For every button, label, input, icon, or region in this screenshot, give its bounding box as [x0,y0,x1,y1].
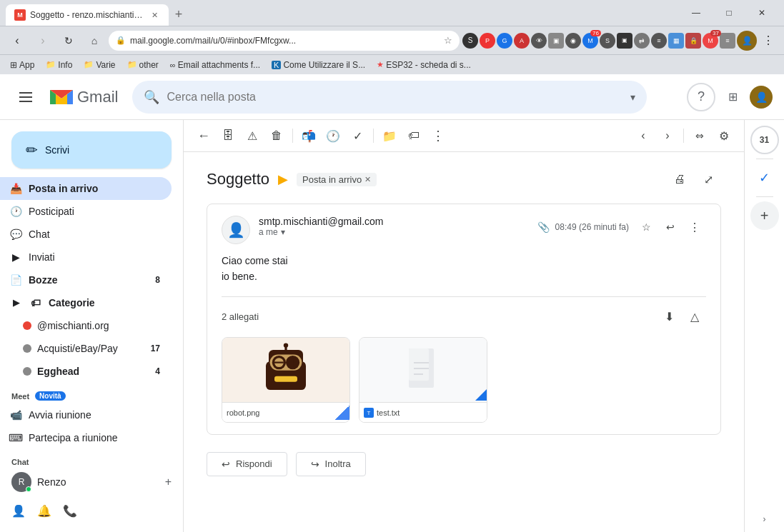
download-all-button[interactable]: ⬇ [658,306,680,328]
phone-icon-button[interactable]: 📞 [63,503,77,518]
back-button[interactable]: ‹ [6,29,29,52]
star-button[interactable]: ☆ [635,216,658,239]
archive-button[interactable]: 🗄 [217,124,239,147]
ext-icon-7[interactable]: ◉ [565,33,581,49]
browser-menu-button[interactable]: ⋮ [758,31,778,51]
search-input[interactable] [167,91,623,104]
search-bar[interactable]: 🔍 ▾ [132,81,647,114]
minimize-button[interactable]: — [680,3,713,23]
ext-icon-3[interactable]: G [497,33,512,49]
bookmark-email-attach[interactable]: ∞ Email attachments f... [166,59,264,71]
label-button[interactable]: 🏷 [402,124,425,147]
more-actions-button[interactable]: ⋮ [427,124,450,147]
bookmark-app[interactable]: ⊞ App [6,59,39,71]
home-button[interactable]: ⌂ [83,29,106,52]
compose-button[interactable]: ✏ Scrivi [11,131,172,169]
bookmark-esp32[interactable]: ★ ESP32 - scheda di s... [372,59,475,71]
sidebar-item-partecipa-riunione[interactable]: ⌨ Partecipa a riunione [0,426,172,449]
address-bar[interactable]: 🔒 mail.google.com/mail/u/0/#inbox/FMfcgx… [109,31,460,51]
add-app-button[interactable]: + [750,201,779,230]
tasks-button[interactable]: ✓ [750,164,779,192]
sidebar-item-mischianti[interactable]: @mischianti.org [0,314,172,337]
ext-icon-share[interactable]: ⇄ [634,33,650,49]
ext-icon-5[interactable]: 👁 [531,33,547,49]
bookmark-varie[interactable]: 📁 Varie [79,59,119,71]
sidebar-item-drafts[interactable]: 📄 Bozze 8 [0,268,172,291]
reload-button[interactable]: ↻ [57,29,80,52]
account-icon-button[interactable]: 👤 [11,503,26,518]
reply-button[interactable]: ↩ Rispondi [207,452,287,476]
delete-button[interactable]: 🗑 [265,124,288,147]
sidebar-item-inbox[interactable]: 📥 Posta in arrivo [0,177,172,200]
email-message: 👤 smtp.mischianti@gmail.com a me ▾ 📎 08:… [207,204,721,435]
next-email-button[interactable]: › [656,124,679,147]
sidebar-item-sent[interactable]: ▶ Inviati [0,246,172,268]
sender-to-row[interactable]: a me ▾ [259,227,529,237]
ext-icon-11[interactable]: ▦ [668,33,684,49]
header-right-icons: ? ⊞ 👤 [687,83,773,111]
tag-close-icon[interactable]: ✕ [364,175,371,184]
sidebar-item-avvia-riunione[interactable]: 📹 Avvia riunione [0,403,172,426]
calendar-button[interactable]: 31 [750,126,779,154]
tab-close-icon[interactable]: ✕ [149,9,160,21]
inbox-tag[interactable]: Posta in arrivo ✕ [297,173,377,186]
sender-info: smtp.mischianti@gmail.com a me ▾ [259,216,529,237]
user-avatar[interactable]: 👤 [750,86,773,109]
new-tab-button[interactable]: + [169,4,189,24]
message-more-button[interactable]: ⋮ [683,216,706,239]
sidebar-item-egghead[interactable]: Egghead 4 [0,360,172,383]
scroll-down-icon[interactable]: › [763,514,766,524]
sidebar-item-categories[interactable]: ▶ 🏷 Categorie [0,291,172,314]
ext-icon-6[interactable]: ▣ [548,33,564,49]
sidebar-item-snoozed[interactable]: 🕐 Posticipati [0,200,172,223]
ext-profile[interactable]: 👤 [737,31,757,51]
ext-icon-4[interactable]: A [514,33,530,49]
forward-button[interactable]: › [31,29,54,52]
online-status-dot [26,486,31,492]
ext-icon-1[interactable]: S [462,33,478,49]
bookmark-come-utilizzare[interactable]: K Come Utilizzare il S... [267,59,369,71]
ext-icon-lock[interactable]: 🔒 [685,33,701,49]
bookmark-other[interactable]: 📁 other [123,59,163,71]
maximize-button[interactable]: □ [713,3,745,23]
split-view-button[interactable]: ⇔ [688,124,711,147]
reply-quick-button[interactable]: ↩ [659,216,682,239]
help-button[interactable]: ? [687,83,715,111]
forward-button[interactable]: ↪ Inoltra [296,452,366,476]
save-to-drive-button[interactable]: △ [683,306,706,328]
print-button[interactable]: 🖨 [667,166,693,192]
sidebar-item-chat[interactable]: 💬 Chat [0,223,172,246]
settings-button[interactable]: ⚙ [713,124,735,147]
apps-grid-button[interactable]: ⊞ [718,83,747,111]
bookmark-info[interactable]: 📁 Info [41,59,76,71]
browser-tab[interactable]: M Soggetto - renzo.mischianti@gm... ✕ [6,4,169,26]
close-window-button[interactable]: ✕ [745,3,778,23]
attachment-robot[interactable]: robot.png [222,337,350,423]
search-dropdown-icon[interactable]: ▾ [630,91,635,103]
ext-icon-badge[interactable]: M76 [582,33,598,49]
hamburger-menu-button[interactable] [11,83,40,111]
move-to-button[interactable]: 📁 [378,124,401,147]
add-chat-button[interactable]: + [165,476,172,488]
txt-filename: test.txt [377,408,400,417]
ext-icon-2[interactable]: P [480,33,495,49]
attachment-txt[interactable]: T test.txt [359,337,487,423]
open-new-window-button[interactable]: ⤢ [695,166,721,192]
snooze-button[interactable]: 🕐 [322,124,344,147]
notifications-icon-button[interactable]: 🔔 [37,503,51,518]
ext-icon-9[interactable]: ▣ [617,33,632,49]
ext-icon-12[interactable]: ≡ [720,33,735,49]
back-to-list-button[interactable]: ← [192,124,215,147]
chat-user-renzo[interactable]: R Renzo + [0,469,183,495]
ext-icon-8[interactable]: S [600,33,615,49]
spam-button[interactable]: ⚠ [241,124,264,147]
ext-icon-10[interactable]: ≡ [651,33,667,49]
message-actions: ☆ ↩ ⋮ [635,216,706,239]
bookmark-star-icon[interactable]: ☆ [444,35,452,46]
prev-email-button[interactable]: ‹ [632,124,655,147]
move-to-inbox-button[interactable]: 📬 [297,124,320,147]
sidebar-item-acquisti[interactable]: Acquisti/eBay/Pay 17 [0,337,172,360]
ext-icon-badge2[interactable]: M37 [703,33,718,49]
mark-done-button[interactable]: ✓ [346,124,369,147]
renzo-name: Renzo [37,476,159,488]
